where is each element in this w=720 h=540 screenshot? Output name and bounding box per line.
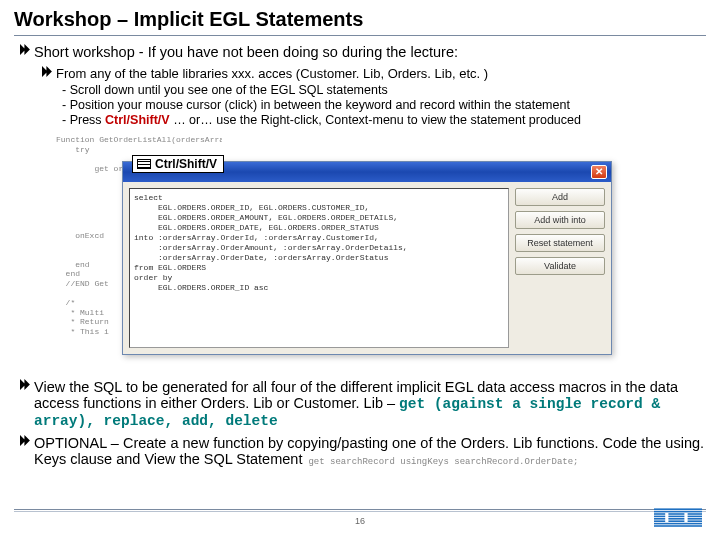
svg-rect-8: [654, 518, 665, 520]
lvl3-3-shortcut: Ctrl/Shift/V: [105, 113, 170, 127]
svg-rect-5: [654, 516, 665, 518]
bullet-lvl1-intro: Short workshop - If you have not been do…: [20, 44, 706, 60]
sql-textarea[interactable]: select EGL.ORDERS.ORDER_ID, EGL.ORDERS.C…: [129, 188, 509, 348]
svg-rect-14: [654, 523, 702, 525]
svg-rect-1: [654, 511, 702, 513]
svg-rect-9: [668, 518, 684, 520]
svg-rect-10: [688, 518, 702, 520]
lvl3-3-pre: - Press: [62, 113, 105, 127]
sql-view-dialog: ✕ select EGL.ORDERS.ORDER_ID, EGL.ORDERS…: [122, 161, 612, 355]
add-button[interactable]: Add: [515, 188, 605, 206]
arrow-icon: [20, 44, 34, 58]
arrow-icon: [20, 379, 34, 393]
svg-rect-13: [688, 520, 702, 522]
bullet-lvl1-view: View the SQL to be generated for all fou…: [20, 379, 706, 429]
shortcut-callout: Ctrl/Shift/V: [132, 155, 224, 173]
dialog-button-column: Add Add with into Reset statement Valida…: [515, 182, 611, 354]
lvl1-optional-code: get searchRecord usingKeys searchRecord.…: [308, 457, 578, 467]
svg-rect-15: [654, 525, 702, 527]
validate-button[interactable]: Validate: [515, 257, 605, 275]
svg-rect-0: [654, 508, 702, 510]
shortcut-text: Ctrl/Shift/V: [155, 157, 217, 171]
arrow-icon: [20, 435, 34, 449]
reset-statement-button[interactable]: Reset statement: [515, 234, 605, 252]
lvl2-intro-text: From any of the table libraries xxx. acc…: [56, 66, 706, 81]
bullet-lvl2-intro: From any of the table libraries xxx. acc…: [42, 66, 706, 81]
slide-title: Workshop – Implicit EGL Statements: [14, 8, 706, 35]
page-number: 16: [355, 516, 365, 526]
screenshot-composite: Function GetOrderListAll(ordersArray Ord…: [52, 133, 612, 373]
svg-rect-6: [668, 516, 684, 518]
dialog-body: select EGL.ORDERS.ORDER_ID, EGL.ORDERS.C…: [123, 182, 611, 354]
lvl3-3-tail: … or… use the Right-click, Context-menu …: [170, 113, 581, 127]
svg-rect-12: [668, 520, 684, 522]
arrow-icon: [42, 66, 56, 80]
close-icon[interactable]: ✕: [591, 165, 607, 179]
svg-rect-7: [688, 516, 702, 518]
bullet-lvl3-3: - Press Ctrl/Shift/V … or… use the Right…: [62, 113, 706, 127]
svg-rect-11: [654, 520, 665, 522]
bullet-lvl3-2: - Position your mouse cursor (click) in …: [62, 98, 706, 112]
title-divider: [14, 35, 706, 36]
ibm-logo-icon: [654, 508, 702, 532]
svg-rect-2: [654, 513, 665, 515]
lvl1-optional-text: OPTIONAL – Create a new function by copy…: [34, 435, 706, 467]
svg-rect-4: [688, 513, 702, 515]
bullet-lvl1-optional: OPTIONAL – Create a new function by copy…: [20, 435, 706, 467]
footer-divider: [14, 509, 706, 510]
keyboard-icon: [137, 159, 151, 169]
lvl1-intro-text: Short workshop - If you have not been do…: [34, 44, 706, 60]
lvl1-view-text: View the SQL to be generated for all fou…: [34, 379, 706, 429]
bullet-lvl3-1: - Scroll down until you see one of the E…: [62, 83, 706, 97]
svg-rect-3: [668, 513, 684, 515]
add-with-into-button[interactable]: Add with into: [515, 211, 605, 229]
footer-divider-shadow: [14, 511, 706, 512]
